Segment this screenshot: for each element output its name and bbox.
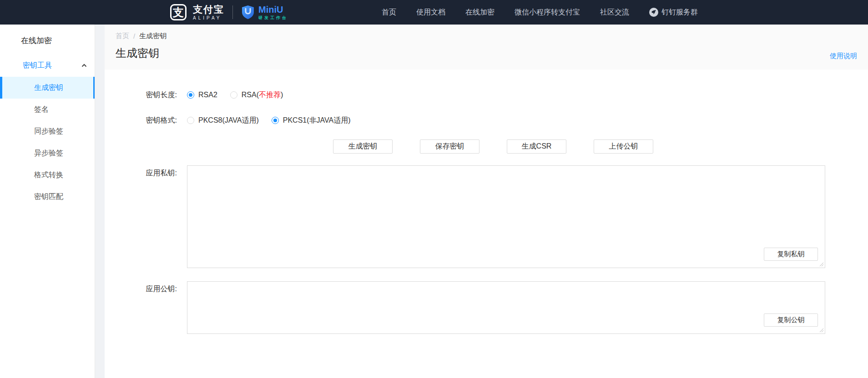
private-key-row: 应用私钥: 复制私钥 [105, 165, 868, 268]
radio-pkcs8[interactable]: PKCS8(JAVA适用) [187, 116, 259, 125]
action-buttons-row: 生成密钥 保存密钥 生成CSR 上传公钥 [105, 139, 868, 154]
sidebar-item-async-verify[interactable]: 异步验签 [0, 142, 95, 164]
title-row: 生成密钥 使用说明 [116, 46, 857, 60]
sidebar-group-key-tools[interactable]: 密钥工具 [0, 60, 95, 71]
sidebar-item-label: 异步验签 [34, 149, 63, 158]
public-key-control: 复制公钥 [187, 281, 868, 334]
page-body: 密钥长度: RSA2 RSA(不推荐) 密钥格式: [105, 70, 868, 378]
radio-selected-icon[interactable] [272, 117, 279, 124]
sidebar-item-label: 同步验签 [34, 127, 63, 136]
public-key-textarea[interactable] [187, 282, 825, 333]
public-key-textarea-wrap: 复制公钥 [187, 281, 825, 334]
sidebar-item-label: 生成密钥 [34, 83, 63, 93]
copy-private-key-button[interactable]: 复制私钥 [764, 248, 818, 261]
sidebar-item-format-convert[interactable]: 格式转换 [0, 164, 95, 186]
dingtalk-label: 钉钉服务群 [661, 8, 698, 17]
sidebar-item-sign[interactable]: 签名 [0, 99, 95, 120]
chevron-up-icon [81, 64, 87, 67]
generate-key-button[interactable]: 生成密钥 [333, 139, 393, 154]
private-key-label: 应用私钥: [105, 165, 187, 268]
radio-unselected-icon[interactable] [230, 91, 237, 99]
radio-rsa[interactable]: RSA(不推荐) [230, 90, 283, 100]
resize-grip-icon[interactable] [819, 262, 824, 267]
generate-csr-button[interactable]: 生成CSR [507, 139, 566, 154]
miniu-logo: MiniU 研发工作台 [241, 5, 288, 20]
key-length-options: RSA2 RSA(不推荐) [187, 88, 868, 102]
nav-item-dingtalk-group[interactable]: 钉钉服务群 [649, 8, 698, 17]
radio-pkcs1[interactable]: PKCS1(非JAVA适用) [272, 116, 351, 125]
nav-item-wechat-to-alipay[interactable]: 微信小程序转支付宝 [515, 8, 580, 17]
rsa-not-recommended: 不推荐 [259, 91, 281, 99]
public-key-row: 应用公钥: 复制公钥 [105, 281, 868, 334]
buttons-row-spacer [105, 139, 187, 154]
private-key-textarea[interactable] [187, 166, 825, 268]
sidebar-item-sync-verify[interactable]: 同步验签 [0, 120, 95, 142]
sidebar-item-label: 签名 [34, 105, 49, 114]
public-key-label: 应用公钥: [105, 281, 187, 334]
miniu-shield-icon [241, 5, 255, 20]
alipay-glyph: 支 [173, 7, 184, 18]
top-nav: 首页 使用文档 在线加密 微信小程序转支付宝 社区交流 钉钉服务群 [382, 8, 698, 17]
logo-area[interactable]: 支 支付宝 ALIPAY MiniU [170, 4, 288, 20]
upload-public-key-button[interactable]: 上传公钥 [594, 139, 653, 154]
breadcrumb-current: 生成密钥 [139, 32, 167, 40]
sidebar-group-label: 密钥工具 [23, 61, 52, 70]
breadcrumb-separator: / [133, 32, 135, 40]
key-length-label: 密钥长度: [105, 88, 187, 102]
sidebar-item-label: 格式转换 [34, 170, 63, 180]
key-length-row: 密钥长度: RSA2 RSA(不推荐) [105, 88, 868, 102]
sidebar: 在线加密 密钥工具 生成密钥 签名 同步验签 异步验签 格式转换 [0, 25, 95, 378]
miniu-name: MiniU [258, 5, 288, 14]
alipay-logo-icon: 支 [170, 4, 187, 20]
radio-rsa2-label: RSA2 [198, 91, 217, 99]
miniu-wordmark: MiniU 研发工作台 [258, 5, 288, 20]
page-header: 首页 / 生成密钥 生成密钥 使用说明 [105, 25, 868, 70]
radio-rsa-label: RSA(不推荐) [242, 90, 283, 100]
nav-item-home[interactable]: 首页 [382, 8, 396, 17]
usage-help-link[interactable]: 使用说明 [830, 52, 857, 60]
nav-item-community[interactable]: 社区交流 [600, 8, 629, 17]
action-buttons: 生成密钥 保存密钥 生成CSR 上传公钥 [333, 139, 868, 154]
alipay-subtitle: ALIPAY [193, 16, 224, 20]
alipay-wordmark: 支付宝 ALIPAY [193, 5, 224, 20]
private-key-control: 复制私钥 [187, 165, 868, 268]
page-title: 生成密钥 [116, 46, 159, 60]
dingtalk-icon [649, 8, 658, 17]
sidebar-title: 在线加密 [0, 25, 95, 46]
resize-grip-icon[interactable] [819, 328, 824, 333]
save-key-button[interactable]: 保存密钥 [420, 139, 479, 154]
sidebar-item-key-match[interactable]: 密钥匹配 [0, 186, 95, 208]
alipay-name: 支付宝 [193, 5, 224, 14]
key-format-options: PKCS8(JAVA适用) PKCS1(非JAVA适用) [187, 113, 868, 128]
sidebar-item-generate-key[interactable]: 生成密钥 [0, 77, 95, 99]
private-key-textarea-wrap: 复制私钥 [187, 165, 825, 268]
sidebar-item-label: 密钥匹配 [34, 192, 63, 202]
rsa-label-suffix: ) [281, 91, 283, 99]
main-layout: 在线加密 密钥工具 生成密钥 签名 同步验签 异步验签 格式转换 [0, 25, 868, 378]
rsa-label-prefix: RSA( [242, 91, 259, 99]
key-format-label: 密钥格式: [105, 113, 187, 128]
top-header: 支 支付宝 ALIPAY MiniU [0, 0, 868, 25]
breadcrumb-home[interactable]: 首页 [116, 32, 129, 40]
miniu-subtitle: 研发工作台 [258, 16, 288, 20]
logo-divider [232, 5, 233, 19]
breadcrumb: 首页 / 生成密钥 [116, 32, 857, 40]
sidebar-menu: 生成密钥 签名 同步验签 异步验签 格式转换 密钥匹配 [0, 77, 95, 208]
nav-item-docs[interactable]: 使用文档 [416, 8, 445, 17]
header-inner: 支 支付宝 ALIPAY MiniU [170, 0, 698, 25]
nav-item-online-encrypt[interactable]: 在线加密 [465, 8, 495, 17]
radio-selected-icon[interactable] [187, 91, 194, 99]
radio-rsa2[interactable]: RSA2 [187, 91, 217, 99]
radio-pkcs8-label: PKCS8(JAVA适用) [198, 116, 259, 125]
copy-public-key-button[interactable]: 复制公钥 [764, 313, 818, 327]
key-format-row: 密钥格式: PKCS8(JAVA适用) PKCS1(非JAVA适用) [105, 113, 868, 128]
radio-unselected-icon[interactable] [187, 117, 194, 124]
radio-pkcs1-label: PKCS1(非JAVA适用) [283, 116, 351, 125]
content-area: 首页 / 生成密钥 生成密钥 使用说明 密钥长度: RSA2 [105, 25, 868, 378]
